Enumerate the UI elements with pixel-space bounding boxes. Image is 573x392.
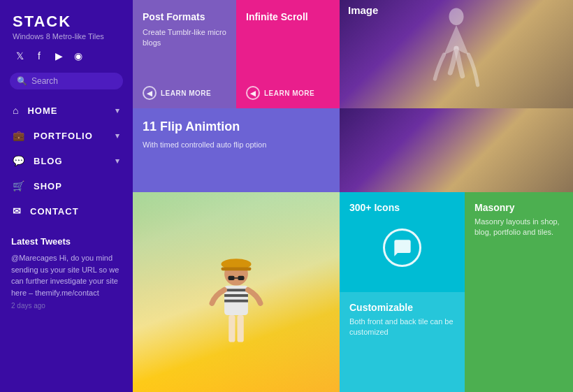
chat-bubble-container xyxy=(349,213,455,282)
youtube-icon[interactable]: ▶ xyxy=(52,49,66,63)
tile-icons: 300+ Icons xyxy=(340,192,465,292)
nav-item-portfolio[interactable]: 💼 PORTFOLIO ▾ xyxy=(0,123,133,148)
infinite-scroll-learn-more[interactable]: ◀ LEARN MORE xyxy=(246,86,314,100)
home-icon: ⌂ xyxy=(13,105,19,116)
nav-label-blog: BLOG xyxy=(34,156,63,166)
svg-point-0 xyxy=(449,8,464,25)
customizable-desc: Both front and back tile can be customiz… xyxy=(349,317,455,338)
nav-label-shop: SHOP xyxy=(34,181,62,191)
search-input[interactable] xyxy=(31,76,116,86)
main-nav: ⌂ HOME ▾ 💼 PORTFOLIO ▾ 💬 BLOG ▾ 🛒 SHOP ✉… xyxy=(0,98,133,224)
nav-label-home: HOME xyxy=(27,106,57,116)
dancer-image xyxy=(340,0,573,108)
nav-label-portfolio: PORTFOLIO xyxy=(34,131,93,141)
tweets-title: Latest Tweets xyxy=(11,236,122,247)
main-content: Post Formats Create Tumblr-like micro bl… xyxy=(133,0,573,392)
nav-item-shop[interactable]: 🛒 SHOP xyxy=(0,173,133,198)
bike-background xyxy=(133,192,340,392)
envelope-icon: ✉ xyxy=(13,205,22,217)
rss-icon[interactable]: ◉ xyxy=(71,49,85,63)
search-icon: 🔍 xyxy=(17,76,27,86)
svg-rect-8 xyxy=(228,276,234,280)
learn-more-circle-icon-2: ◀ xyxy=(246,86,260,100)
search-bar[interactable]: 🔍 xyxy=(10,73,123,89)
post-formats-learn-label: LEARN MORE xyxy=(161,89,211,97)
svg-rect-6 xyxy=(224,294,248,297)
tile-image-mid-continuation xyxy=(340,108,573,192)
tile-bike-photo xyxy=(133,192,340,392)
chevron-down-icon: ▾ xyxy=(115,106,120,115)
nav-label-contact: CONTACT xyxy=(30,206,79,217)
briefcase-icon: 💼 xyxy=(13,130,25,141)
latest-tweets-section: Latest Tweets @Marecages Hi, do you mind… xyxy=(0,226,133,310)
tile-flip-animation: 11 Flip Animtion With timed controlled a… xyxy=(133,108,340,192)
tweet-timestamp: 2 days ago xyxy=(11,302,122,310)
flip-desc: With timed controlled auto flip option xyxy=(143,140,330,150)
bike-girl-svg xyxy=(173,252,299,392)
nav-item-home[interactable]: ⌂ HOME ▾ xyxy=(0,98,133,123)
svg-rect-5 xyxy=(224,289,248,291)
customizable-title: Customizable xyxy=(349,302,455,313)
masonry-title: Masonry xyxy=(474,202,563,213)
right-tiles-area: 300+ Icons Customizable Both front xyxy=(340,192,573,392)
icons-tile-title: 300+ Icons xyxy=(349,202,455,213)
logo-area: STACK Windows 8 Metro-like Tiles xyxy=(0,13,133,43)
chat-bubble-icon xyxy=(383,228,421,267)
tile-post-formats: Post Formats Create Tumblr-like micro bl… xyxy=(133,0,236,108)
sidebar: STACK Windows 8 Metro-like Tiles 𝕏 f ▶ ◉… xyxy=(0,0,133,392)
social-icons-bar: 𝕏 f ▶ ◉ xyxy=(0,43,133,70)
middle-right-col: 300+ Icons Customizable Both front xyxy=(340,192,465,392)
image-tile-title: Image xyxy=(348,4,378,16)
svg-rect-11 xyxy=(229,315,235,342)
svg-rect-12 xyxy=(238,315,244,342)
infinite-scroll-learn-label: LEARN MORE xyxy=(264,89,314,97)
post-formats-learn-more[interactable]: ◀ LEARN MORE xyxy=(143,86,211,100)
tile-infinite-scroll: Infinite Scroll ◀ LEARN MORE xyxy=(236,0,340,108)
tile-masonry: Masonry Masonry layouts in shop, blog, p… xyxy=(465,192,573,392)
post-formats-desc: Create Tumblr-like micro blogs xyxy=(133,27,236,49)
svg-rect-9 xyxy=(238,276,244,280)
chevron-down-icon: ▾ xyxy=(115,131,120,140)
svg-rect-7 xyxy=(224,300,248,303)
facebook-icon[interactable]: f xyxy=(32,49,46,63)
nav-item-blog[interactable]: 💬 BLOG ▾ xyxy=(0,148,133,173)
site-subtitle: Windows 8 Metro-like Tiles xyxy=(13,32,120,41)
tile-customizable: Customizable Both front and back tile ca… xyxy=(340,292,465,392)
infinite-scroll-title: Infinite Scroll xyxy=(236,0,340,27)
flip-title: 11 Flip Animtion xyxy=(143,119,330,134)
post-formats-title: Post Formats xyxy=(133,0,236,27)
tweet-body: @Marecages Hi, do you mind sending us yo… xyxy=(11,252,122,298)
svg-rect-3 xyxy=(221,268,251,271)
dancer-svg xyxy=(428,6,484,103)
masonry-desc: Masonry layouts in shop, blog, portfolio… xyxy=(474,217,563,238)
shop-icon: 🛒 xyxy=(13,180,25,191)
learn-more-circle-icon: ◀ xyxy=(143,86,157,100)
blog-icon: 💬 xyxy=(13,155,25,166)
tile-image: Image xyxy=(340,0,573,108)
twitter-icon[interactable]: 𝕏 xyxy=(13,49,27,63)
site-title: STACK xyxy=(13,13,120,31)
chevron-down-icon: ▾ xyxy=(115,157,120,166)
nav-item-contact[interactable]: ✉ CONTACT xyxy=(0,198,133,224)
